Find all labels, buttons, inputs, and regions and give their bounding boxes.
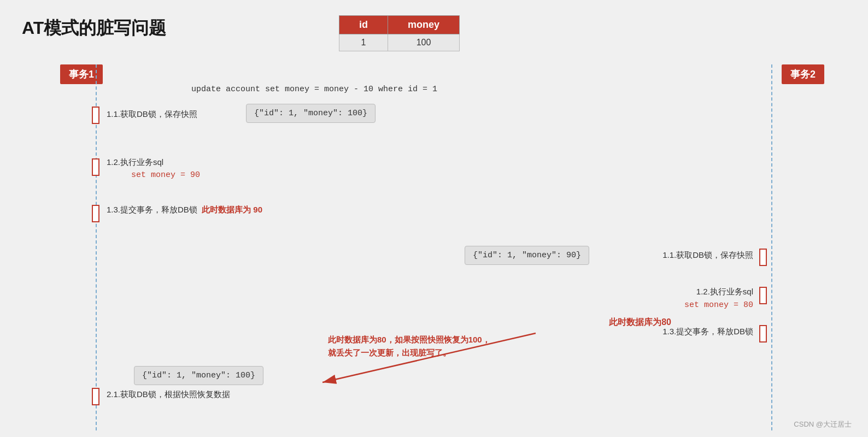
step1-3-text: 1.3.提交事务，释放DB锁 此时数据库为 90 [107, 205, 262, 215]
step2-2-code: set money = 80 [684, 300, 753, 310]
step2-2-marker [759, 287, 767, 304]
step2-3-text: 1.3.提交事务，释放DB锁 [662, 327, 753, 337]
sql-top: update account set money = money - 10 wh… [191, 85, 437, 94]
step2-3-highlight: 此时数据库为80 [609, 317, 671, 328]
step1-1-text: 1.1.获取DB锁，保存快照 [107, 109, 197, 120]
step3-1-marker [92, 388, 99, 405]
step1-2-text: 1.2.执行业务sql [107, 157, 163, 168]
step2-3-marker [759, 325, 767, 342]
step2-1-text: 1.1.获取DB锁，保存快照 [662, 250, 753, 261]
step1-2-code: set money = 90 [131, 170, 200, 180]
col-money: money [388, 16, 460, 34]
step1-1-code: {"id": 1, "money": 100} [246, 104, 376, 123]
step1-1-marker [92, 107, 99, 124]
step2-1-marker [759, 249, 767, 266]
tx2-label: 事务2 [782, 64, 824, 84]
cell-money: 100 [388, 34, 460, 51]
step1-3-marker [92, 205, 99, 222]
db-table: id money 1 100 [339, 15, 460, 51]
step2-snapshot-code: {"id": 1, "money": 90} [465, 246, 589, 265]
step3-1-text: 2.1.获取DB锁，根据快照恢复数据 [107, 389, 230, 400]
arrow-label: 此时数据库为80，如果按照快照恢复为100， 就丢失了一次更新，出现脏写了。 [328, 333, 490, 359]
step2-2-text: 1.2.执行业务sql [696, 287, 753, 297]
step1-2-marker [92, 158, 99, 176]
col-id: id [339, 16, 388, 34]
cell-id: 1 [339, 34, 388, 51]
tx2-vline [771, 64, 772, 430]
page: AT模式的脏写问题 id money 1 100 事务1 事务2 update … [0, 0, 868, 437]
watermark: CSDN @大迁居士 [794, 420, 852, 429]
